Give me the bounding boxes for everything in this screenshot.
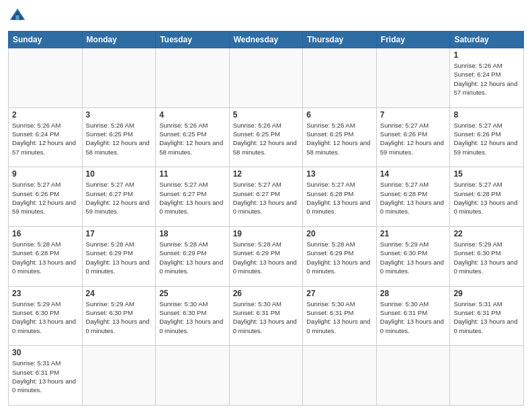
day-number: 14 (380, 169, 447, 179)
calendar-cell: 17Sunrise: 5:28 AM Sunset: 6:29 PM Dayli… (82, 226, 156, 286)
calendar-cell: 19Sunrise: 5:28 AM Sunset: 6:29 PM Dayli… (229, 226, 303, 286)
weekday-header-sunday: Sunday (9, 32, 83, 48)
day-info: Sunrise: 5:28 AM Sunset: 6:29 PM Dayligh… (159, 240, 226, 275)
day-info: Sunrise: 5:27 AM Sunset: 6:28 PM Dayligh… (306, 180, 373, 216)
day-number: 30 (12, 348, 79, 357)
day-number: 29 (453, 289, 520, 298)
day-info: Sunrise: 5:30 AM Sunset: 6:30 PM Dayligh… (159, 300, 226, 335)
calendar-cell (303, 346, 377, 406)
calendar-cell (303, 48, 377, 108)
day-info: Sunrise: 5:26 AM Sunset: 6:25 PM Dayligh… (306, 121, 373, 156)
day-info: Sunrise: 5:27 AM Sunset: 6:26 PM Dayligh… (12, 180, 79, 216)
day-info: Sunrise: 5:30 AM Sunset: 6:31 PM Dayligh… (306, 300, 373, 335)
page: SundayMondayTuesdayWednesdayThursdayFrid… (0, 0, 532, 411)
calendar-cell (376, 48, 450, 108)
day-number: 18 (159, 229, 226, 238)
calendar-cell: 12Sunrise: 5:27 AM Sunset: 6:27 PM Dayli… (229, 167, 303, 227)
calendar-cell (82, 48, 156, 108)
day-info: Sunrise: 5:31 AM Sunset: 6:31 PM Dayligh… (12, 359, 79, 394)
day-info: Sunrise: 5:28 AM Sunset: 6:28 PM Dayligh… (12, 240, 79, 275)
day-info: Sunrise: 5:27 AM Sunset: 6:26 PM Dayligh… (380, 121, 447, 156)
weekday-header-row: SundayMondayTuesdayWednesdayThursdayFrid… (9, 32, 524, 48)
calendar-cell: 23Sunrise: 5:29 AM Sunset: 6:30 PM Dayli… (9, 286, 83, 346)
day-number: 21 (380, 229, 447, 238)
calendar-cell (229, 48, 303, 108)
calendar-cell: 14Sunrise: 5:27 AM Sunset: 6:28 PM Dayli… (376, 167, 450, 227)
day-info: Sunrise: 5:26 AM Sunset: 6:24 PM Dayligh… (453, 61, 520, 97)
calendar-week-2: 9Sunrise: 5:27 AM Sunset: 6:26 PM Daylig… (9, 167, 524, 227)
day-number: 2 (12, 110, 79, 120)
calendar-week-3: 16Sunrise: 5:28 AM Sunset: 6:28 PM Dayli… (9, 226, 524, 286)
day-info: Sunrise: 5:27 AM Sunset: 6:27 PM Dayligh… (233, 180, 300, 216)
day-info: Sunrise: 5:26 AM Sunset: 6:24 PM Dayligh… (12, 121, 79, 156)
day-info: Sunrise: 5:29 AM Sunset: 6:30 PM Dayligh… (380, 240, 447, 275)
day-number: 8 (453, 110, 520, 120)
day-number: 28 (380, 289, 447, 298)
calendar-cell: 24Sunrise: 5:29 AM Sunset: 6:30 PM Dayli… (82, 286, 156, 346)
calendar-cell: 2Sunrise: 5:26 AM Sunset: 6:24 PM Daylig… (9, 107, 83, 167)
day-number: 20 (306, 229, 373, 238)
day-number: 15 (453, 169, 520, 179)
day-info: Sunrise: 5:26 AM Sunset: 6:25 PM Dayligh… (159, 121, 226, 156)
logo (8, 7, 30, 26)
day-number: 7 (380, 110, 447, 120)
day-info: Sunrise: 5:27 AM Sunset: 6:28 PM Dayligh… (380, 180, 447, 216)
day-number: 5 (233, 110, 300, 120)
day-number: 1 (453, 50, 520, 60)
calendar-cell (82, 346, 156, 406)
calendar-cell: 1Sunrise: 5:26 AM Sunset: 6:24 PM Daylig… (450, 48, 524, 108)
calendar-cell: 4Sunrise: 5:26 AM Sunset: 6:25 PM Daylig… (156, 107, 230, 167)
calendar-cell: 11Sunrise: 5:27 AM Sunset: 6:27 PM Dayli… (156, 167, 230, 227)
calendar-cell (156, 48, 230, 108)
calendar-cell (376, 346, 450, 406)
calendar-cell: 3Sunrise: 5:26 AM Sunset: 6:25 PM Daylig… (82, 107, 156, 167)
calendar-week-0: 1Sunrise: 5:26 AM Sunset: 6:24 PM Daylig… (9, 48, 524, 108)
header (8, 7, 524, 26)
day-number: 9 (12, 169, 79, 179)
weekday-header-monday: Monday (82, 32, 156, 48)
day-info: Sunrise: 5:27 AM Sunset: 6:28 PM Dayligh… (453, 180, 520, 216)
calendar-cell: 29Sunrise: 5:31 AM Sunset: 6:31 PM Dayli… (450, 286, 524, 346)
calendar-cell: 28Sunrise: 5:30 AM Sunset: 6:31 PM Dayli… (376, 286, 450, 346)
day-number: 6 (306, 110, 373, 120)
calendar-week-4: 23Sunrise: 5:29 AM Sunset: 6:30 PM Dayli… (9, 286, 524, 346)
day-info: Sunrise: 5:30 AM Sunset: 6:31 PM Dayligh… (233, 300, 300, 335)
day-number: 25 (159, 289, 226, 298)
calendar-cell: 13Sunrise: 5:27 AM Sunset: 6:28 PM Dayli… (303, 167, 377, 227)
weekday-header-saturday: Saturday (450, 32, 524, 48)
calendar-cell: 15Sunrise: 5:27 AM Sunset: 6:28 PM Dayli… (450, 167, 524, 227)
day-info: Sunrise: 5:30 AM Sunset: 6:31 PM Dayligh… (380, 300, 447, 335)
day-number: 11 (159, 169, 226, 179)
calendar-cell: 20Sunrise: 5:28 AM Sunset: 6:29 PM Dayli… (303, 226, 377, 286)
day-number: 27 (306, 289, 373, 298)
day-info: Sunrise: 5:28 AM Sunset: 6:29 PM Dayligh… (86, 240, 152, 275)
day-number: 13 (306, 169, 373, 179)
calendar-cell (450, 346, 524, 406)
day-number: 12 (233, 169, 300, 179)
day-info: Sunrise: 5:27 AM Sunset: 6:26 PM Dayligh… (453, 121, 520, 156)
day-info: Sunrise: 5:29 AM Sunset: 6:30 PM Dayligh… (453, 240, 520, 275)
calendar-cell: 30Sunrise: 5:31 AM Sunset: 6:31 PM Dayli… (9, 346, 83, 406)
calendar-cell: 9Sunrise: 5:27 AM Sunset: 6:26 PM Daylig… (9, 167, 83, 227)
day-info: Sunrise: 5:27 AM Sunset: 6:27 PM Dayligh… (159, 180, 226, 216)
weekday-header-tuesday: Tuesday (156, 32, 230, 48)
day-info: Sunrise: 5:27 AM Sunset: 6:27 PM Dayligh… (86, 180, 152, 216)
calendar-cell: 21Sunrise: 5:29 AM Sunset: 6:30 PM Dayli… (376, 226, 450, 286)
calendar-cell: 10Sunrise: 5:27 AM Sunset: 6:27 PM Dayli… (82, 167, 156, 227)
calendar-cell: 26Sunrise: 5:30 AM Sunset: 6:31 PM Dayli… (229, 286, 303, 346)
day-number: 26 (233, 289, 300, 298)
day-number: 4 (159, 110, 226, 120)
day-number: 10 (86, 169, 152, 179)
calendar-cell (229, 346, 303, 406)
weekday-header-wednesday: Wednesday (229, 32, 303, 48)
day-info: Sunrise: 5:26 AM Sunset: 6:25 PM Dayligh… (233, 121, 300, 156)
day-number: 24 (86, 289, 152, 298)
calendar: SundayMondayTuesdayWednesdayThursdayFrid… (8, 31, 524, 406)
day-number: 3 (86, 110, 152, 120)
day-info: Sunrise: 5:28 AM Sunset: 6:29 PM Dayligh… (233, 240, 300, 275)
calendar-cell: 7Sunrise: 5:27 AM Sunset: 6:26 PM Daylig… (376, 107, 450, 167)
calendar-cell: 27Sunrise: 5:30 AM Sunset: 6:31 PM Dayli… (303, 286, 377, 346)
calendar-cell: 6Sunrise: 5:26 AM Sunset: 6:25 PM Daylig… (303, 107, 377, 167)
day-number: 19 (233, 229, 300, 238)
calendar-cell: 8Sunrise: 5:27 AM Sunset: 6:26 PM Daylig… (450, 107, 524, 167)
